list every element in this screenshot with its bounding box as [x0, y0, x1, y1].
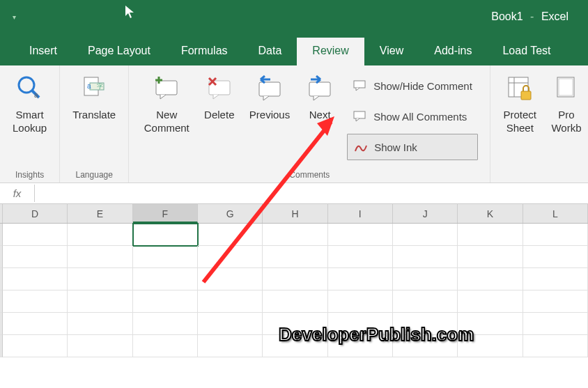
col-header-d[interactable]: D — [3, 204, 68, 223]
col-header-i[interactable]: I — [328, 204, 393, 223]
show-all-comments-button[interactable]: Show All Comments — [347, 103, 478, 130]
app-name: Excel — [541, 10, 568, 22]
cell[interactable] — [133, 246, 198, 268]
cell[interactable] — [68, 335, 132, 357]
cell[interactable] — [198, 290, 263, 313]
protect-workbook-button[interactable]: ProWorkb — [543, 70, 582, 167]
protect-workbook-label-1: Pro — [558, 109, 574, 121]
new-comment-icon — [150, 72, 183, 104]
previous-comment-label: Previous — [249, 109, 290, 122]
cell[interactable] — [3, 268, 68, 290]
tab-add-ins[interactable]: Add-ins — [419, 38, 487, 65]
formula-input[interactable] — [35, 185, 588, 202]
new-comment-button[interactable]: NewComment — [137, 70, 196, 167]
magnifier-icon: a — [14, 72, 46, 104]
previous-comment-icon — [254, 72, 286, 104]
cell[interactable] — [263, 224, 327, 246]
cell[interactable] — [263, 246, 327, 268]
smart-lookup-button[interactable]: a SmartLookup — [6, 70, 54, 167]
tab-data[interactable]: Data — [243, 38, 297, 65]
cell[interactable] — [328, 246, 393, 268]
delete-comment-icon — [203, 72, 235, 104]
tab-insert[interactable]: Insert — [14, 38, 72, 65]
cell[interactable] — [393, 246, 458, 268]
translate-button[interactable]: a字 Translate — [65, 70, 123, 167]
cell[interactable] — [328, 313, 393, 335]
cell[interactable] — [198, 313, 263, 335]
spreadsheet-grid: D E F G H I J K L — [0, 204, 588, 357]
cell[interactable] — [523, 224, 588, 246]
cell[interactable] — [198, 335, 263, 357]
cell[interactable] — [68, 224, 132, 246]
cell[interactable] — [3, 335, 68, 357]
cell[interactable] — [133, 268, 198, 290]
cell[interactable] — [198, 268, 263, 290]
cell[interactable] — [393, 224, 458, 246]
cell[interactable] — [198, 246, 263, 268]
cell[interactable] — [523, 246, 588, 268]
tab-formulas[interactable]: Formulas — [166, 38, 243, 65]
group-language-label: Language — [76, 169, 113, 181]
cell[interactable] — [393, 268, 458, 290]
col-header-h[interactable]: H — [263, 204, 327, 223]
quick-access-toolbar[interactable]: ▾ — [13, 13, 16, 21]
col-header-g[interactable]: G — [198, 204, 263, 223]
protect-workbook-icon — [550, 72, 582, 104]
doc-name: Book1 — [491, 10, 523, 22]
next-comment-button[interactable]: Next — [297, 70, 343, 167]
cell[interactable] — [393, 313, 458, 335]
cell[interactable] — [458, 246, 523, 268]
cell[interactable] — [68, 268, 132, 290]
cell[interactable] — [458, 313, 523, 335]
cell[interactable] — [133, 313, 198, 335]
cell[interactable] — [263, 268, 327, 290]
cell[interactable] — [523, 335, 588, 357]
cell[interactable] — [133, 335, 198, 357]
cell[interactable] — [68, 313, 132, 335]
cell[interactable] — [263, 290, 327, 313]
tab-load-test[interactable]: Load Test — [487, 38, 566, 65]
cell[interactable] — [458, 224, 523, 246]
cell[interactable] — [68, 246, 132, 268]
cell[interactable] — [393, 290, 458, 313]
cell[interactable] — [133, 290, 198, 313]
fx-icon[interactable]: fx — [0, 185, 35, 202]
cell[interactable] — [3, 313, 68, 335]
cell[interactable] — [263, 335, 327, 357]
col-header-e[interactable]: E — [68, 204, 132, 223]
cell[interactable] — [458, 290, 523, 313]
show-ink-button[interactable]: Show Ink — [347, 134, 478, 160]
col-header-k[interactable]: K — [458, 204, 523, 223]
cell[interactable] — [458, 268, 523, 290]
cell[interactable] — [458, 335, 523, 357]
cell[interactable] — [198, 224, 263, 246]
col-header-f[interactable]: F — [133, 204, 198, 223]
svg-rect-9 — [259, 82, 280, 96]
tab-view[interactable]: View — [364, 38, 419, 65]
cell[interactable] — [3, 290, 68, 313]
cell[interactable] — [523, 313, 588, 335]
cell[interactable] — [68, 290, 132, 313]
tab-review[interactable]: Review — [297, 38, 364, 65]
cell[interactable] — [523, 290, 588, 313]
cell[interactable] — [328, 335, 393, 357]
col-header-l[interactable]: L — [523, 204, 588, 223]
protect-sheet-button[interactable]: ProtectSheet — [496, 70, 543, 167]
cell[interactable] — [3, 246, 68, 268]
cell[interactable] — [523, 268, 588, 290]
cell[interactable] — [328, 268, 393, 290]
cell[interactable] — [328, 290, 393, 313]
tab-page-layout[interactable]: Page Layout — [72, 38, 166, 65]
cell[interactable] — [328, 224, 393, 246]
cell-selected[interactable] — [133, 224, 198, 246]
show-hide-comment-button[interactable]: Show/Hide Comment — [347, 72, 478, 99]
protect-sheet-label-2: Sheet — [506, 122, 534, 134]
qat-dropdown-icon[interactable]: ▾ — [13, 13, 16, 21]
previous-comment-button[interactable]: Previous — [242, 70, 297, 167]
delete-comment-button[interactable]: Delete — [196, 70, 242, 167]
col-header-j[interactable]: J — [393, 204, 458, 223]
cell[interactable] — [263, 313, 327, 335]
cell[interactable] — [393, 335, 458, 357]
svg-rect-10 — [309, 82, 330, 96]
cell[interactable] — [3, 224, 68, 246]
